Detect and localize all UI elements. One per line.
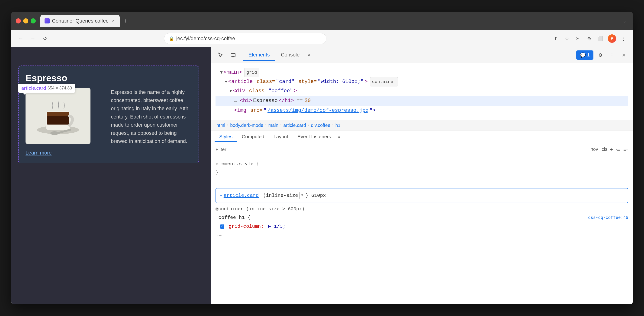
add-rule-button[interactable]: +	[218, 231, 222, 241]
dom-line-h1[interactable]: … <h1> Espresso </h1> == $0	[216, 96, 628, 106]
coffee-h1-rule: .coffee h1 { css-cq-coffee:45	[216, 213, 628, 222]
card-image	[26, 88, 90, 144]
filter-input[interactable]	[216, 147, 587, 152]
menu-icon[interactable]: ⋮	[620, 35, 627, 42]
settings-button[interactable]: ⚙	[596, 50, 605, 60]
svg-rect-11	[624, 148, 628, 148]
back-button[interactable]: ←	[17, 34, 25, 43]
share-icon[interactable]: ⬆	[552, 35, 560, 42]
dom-tree: ▼ <main> grid ▼ <article class= "card" s…	[211, 63, 633, 120]
cq-selector[interactable]: article.card	[224, 191, 259, 200]
dom-img-src-quote-close: ">	[370, 106, 376, 115]
dom-dots: …	[234, 96, 237, 105]
notification-count: 1	[587, 52, 590, 58]
rule-source[interactable]: css-cq-coffee:45	[588, 214, 628, 221]
window-more-icon[interactable]: ⌄	[621, 17, 628, 25]
styles-tab-layout[interactable]: Layout	[269, 132, 293, 142]
devtools-more-tabs[interactable]: »	[305, 50, 312, 60]
filter-bar: :hov .cls +	[211, 143, 633, 156]
breadcrumb-h1[interactable]: h1	[333, 122, 342, 129]
tab-close-button[interactable]: ×	[111, 19, 116, 23]
dom-attr-class-val: "card"	[276, 77, 294, 86]
devtools-header: Elements Console » 💬 1 ⚙ ⋮ ✕	[211, 47, 633, 63]
traffic-light-fullscreen[interactable]	[30, 18, 36, 24]
new-tab-button[interactable]: +	[121, 16, 130, 26]
styles-tab-event-listeners[interactable]: Event Listeners	[293, 132, 336, 142]
property-checkbox[interactable]: ✓	[220, 224, 224, 229]
styles-panel: Styles Computed Layout Event Listeners »…	[211, 131, 633, 304]
breadcrumb-div[interactable]: div.coffee	[309, 122, 332, 129]
dom-img-src-link[interactable]: /assets/img/demo/cof-espresso.jpg	[268, 106, 369, 115]
svg-point-4	[50, 131, 59, 135]
extensions-icon[interactable]: ⊕	[586, 35, 593, 42]
dom-tag-article-close: >	[365, 77, 368, 86]
tab-console[interactable]: Console	[275, 50, 305, 61]
window-icon[interactable]: ⬜	[597, 35, 604, 42]
breadcrumb-main[interactable]: main	[266, 122, 280, 129]
filter-cls-button[interactable]: .cls	[600, 147, 607, 152]
dom-arrow-article: ▼	[225, 78, 227, 85]
svg-rect-9	[617, 149, 620, 149]
more-options-button[interactable]: ⋮	[607, 50, 617, 60]
traffic-light-minimize[interactable]	[23, 18, 28, 24]
breadcrumb-bar: html › body.dark-mode › main › article.c…	[211, 120, 633, 131]
at-container-text: @container (inline-size > 600px)	[216, 205, 304, 213]
devtools-tabs: Elements Console »	[240, 50, 574, 61]
container-query-box: → article.card (inline-size ⊞ ) 610px	[216, 188, 628, 203]
rule-close-brace: }	[216, 232, 218, 240]
lock-icon: 🔒	[169, 36, 174, 41]
active-tab[interactable]: Container Queries coffee ×	[40, 15, 120, 27]
url-text: jec.fyi/demo/css-cq-coffee	[176, 36, 235, 42]
breadcrumb-body[interactable]: body.dark-mode	[228, 122, 265, 129]
dom-line-img[interactable]: <img src= " /assets/img/demo/cof-espress…	[216, 106, 628, 115]
close-devtools-button[interactable]: ✕	[619, 50, 628, 60]
cut-icon[interactable]: ✂	[574, 35, 582, 42]
page-content: article.card 654 × 374.83 Espresso	[11, 47, 211, 304]
reload-button[interactable]: ↺	[41, 34, 49, 43]
rule-close-line: } +	[216, 231, 628, 241]
traffic-light-close[interactable]	[16, 18, 21, 24]
dom-line-div[interactable]: ▼ <div class= "coffee" >	[216, 86, 628, 96]
bookmark-icon[interactable]: ☆	[563, 35, 571, 42]
card-title: Espresso	[26, 73, 192, 83]
dom-tag-h1-close: </h1>	[278, 96, 294, 105]
dom-tag-div: <div	[233, 86, 245, 96]
breadcrumb-html[interactable]: html	[214, 122, 227, 129]
dom-tag-h1-open: <h1>	[240, 96, 252, 105]
url-bar[interactable]: 🔒 jec.fyi/demo/css-cq-coffee	[164, 33, 326, 44]
dom-arrow-div: ▼	[230, 87, 232, 95]
at-container-rule: @container (inline-size > 600px) .coffee…	[216, 205, 628, 241]
css-rules: element.style { } → article.card (inline…	[211, 156, 633, 245]
dom-arrow: ▼	[220, 69, 223, 76]
svg-rect-8	[616, 148, 620, 148]
filter-pseudo-button[interactable]: :hov	[589, 147, 598, 152]
at-container-line: @container (inline-size > 600px)	[216, 205, 628, 213]
styles-tab-styles[interactable]: Styles	[214, 132, 237, 142]
breadcrumb-article[interactable]: article.card	[282, 122, 308, 129]
device-toggle-button[interactable]	[228, 50, 238, 60]
notification-icon: 💬	[580, 52, 586, 58]
dom-attr-style-val: "width: 610px;"	[318, 77, 364, 86]
property-line-grid-column: ✓ grid-column: ▶ 1/3;	[216, 222, 628, 231]
cq-icon: ⊞	[300, 192, 304, 199]
address-bar: ← → ↺ 🔒 jec.fyi/demo/css-cq-coffee ⬆ ☆ ✂…	[11, 30, 633, 47]
element-style-rule: element.style { }	[216, 160, 628, 177]
title-bar: Container Queries coffee × + ⌄	[11, 12, 633, 30]
tab-elements[interactable]: Elements	[243, 50, 275, 61]
dom-tag-main: <main>	[224, 68, 242, 77]
container-query-line: → article.card (inline-size ⊞ ) 610px	[220, 191, 624, 200]
dom-h1-text: Espresso	[253, 96, 278, 105]
indent-icon	[615, 147, 620, 152]
profile-avatar[interactable]: P	[608, 34, 616, 43]
filter-add-button[interactable]: +	[610, 146, 613, 153]
styles-tab-computed[interactable]: Computed	[237, 132, 269, 142]
styles-more-button[interactable]: »	[336, 132, 342, 141]
content-area: article.card 654 × 374.83 Espresso	[11, 47, 633, 304]
notification-button[interactable]: 💬 1	[576, 50, 594, 60]
dom-line-main[interactable]: ▼ <main> grid	[216, 68, 628, 77]
learn-more-link[interactable]: Learn more	[26, 150, 192, 156]
inspect-element-button[interactable]	[216, 50, 226, 60]
forward-button[interactable]: →	[29, 34, 37, 43]
dom-line-article[interactable]: ▼ <article class= "card" style= "width: …	[216, 77, 628, 86]
tab-bar: Container Queries coffee × +	[40, 15, 618, 27]
